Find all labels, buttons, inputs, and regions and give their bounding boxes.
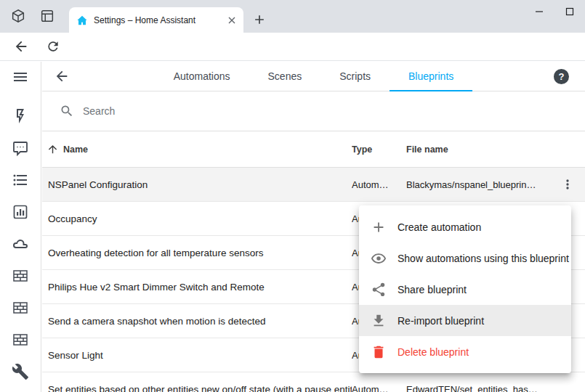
row-name: Send a camera snapshot when motion is de… [42,316,352,327]
ha-header: Automations Scenes Scripts Blueprints ? [42,62,585,91]
sidebar-item-history[interactable] [12,203,29,221]
row-name: Sensor Light [42,350,352,361]
sidebar-item-bricks-3[interactable] [12,331,29,348]
sidebar-item-bricks-2[interactable] [12,299,29,317]
menu-item-share-blueprint[interactable]: Share blueprint [359,274,571,305]
window-controls [524,0,585,23]
column-file-name[interactable]: File name [406,144,550,155]
share-icon [371,282,387,298]
search-bar [42,91,585,131]
table-row-set-entities[interactable]: Set entities based on other entities new… [42,372,585,392]
sidebar-item-logbook[interactable] [12,171,29,189]
ha-sidebar [0,62,41,392]
browser-tab[interactable]: Settings – Home Assistant [69,7,243,33]
row-name: NSPanel Configuration [42,179,352,190]
browser-titlebar: Settings – Home Assistant [0,0,585,33]
tab-blueprints[interactable]: Blueprints [390,62,472,91]
row-type: Autom… [352,384,406,392]
sidebar-item-developer-tools[interactable] [12,363,29,380]
new-tab-icon[interactable] [252,12,267,27]
row-type: Autom… [352,179,406,190]
trash-icon [371,344,387,360]
row-name: Overheating detection for all temperatur… [42,248,352,258]
menu-item-delete-blueprint[interactable]: Delete blueprint [359,336,571,367]
sidebar-item-bricks-1[interactable] [12,267,29,285]
table-row-nspanel[interactable]: NSPanel Configuration Autom… Blackymas/n… [42,168,585,202]
sidebar-menu-icon[interactable] [12,68,29,86]
search-input[interactable] [83,105,301,117]
search-icon [60,104,74,118]
back-icon[interactable] [13,38,29,54]
row-name: Occupancy [42,213,352,224]
home-assistant-favicon [76,15,88,26]
row-file: Blackymas/nspanel_blueprin… [406,179,550,190]
menu-item-create-automation[interactable]: Create automation [359,211,571,242]
row-overflow-menu-icon[interactable] [560,177,575,192]
column-name[interactable]: Name [42,143,352,155]
workspaces-icon[interactable] [10,8,26,24]
row-file: EdwardTEN/set_entities_has… [406,384,550,392]
help-icon[interactable]: ? [554,69,569,84]
sidebar-item-cloud[interactable] [12,235,29,253]
sidebar-item-energy[interactable] [12,107,29,125]
row-name: Philips Hue v2 Smart Dimmer Switch and R… [42,282,352,293]
tab-scripts[interactable]: Scripts [320,62,390,91]
import-download-icon [371,313,387,329]
refresh-icon[interactable] [46,39,60,54]
sort-arrow-up-icon [47,143,59,155]
menu-item-reimport-blueprint[interactable]: Re-import blueprint [359,305,571,336]
tab-title: Settings – Home Assistant [94,15,226,25]
browser-navbar: Not secure homeassistant.local:8123/... [0,33,585,61]
browser-window: Settings – Home Assistant Not secure [0,0,585,392]
blueprint-context-menu: Create automation Show automations using… [359,205,571,373]
tab-scenes[interactable]: Scenes [249,62,321,91]
tab-automations[interactable]: Automations [155,62,249,91]
ha-tab-bar: Automations Scenes Scripts Blueprints [42,62,585,91]
eye-icon [371,250,387,266]
plus-icon [371,219,387,235]
table-header: Name Type File name [42,131,585,168]
tab-actions-icon[interactable] [39,8,55,24]
column-type[interactable]: Type [352,144,406,155]
tab-close-icon[interactable] [226,15,238,26]
menu-item-show-automations[interactable]: Show automations using this blueprint [359,242,571,274]
sidebar-item-assist[interactable] [12,139,29,157]
row-name: Set entities based on other entities new… [42,384,352,392]
maximize-button[interactable] [554,0,585,23]
minimize-button[interactable] [524,0,554,23]
